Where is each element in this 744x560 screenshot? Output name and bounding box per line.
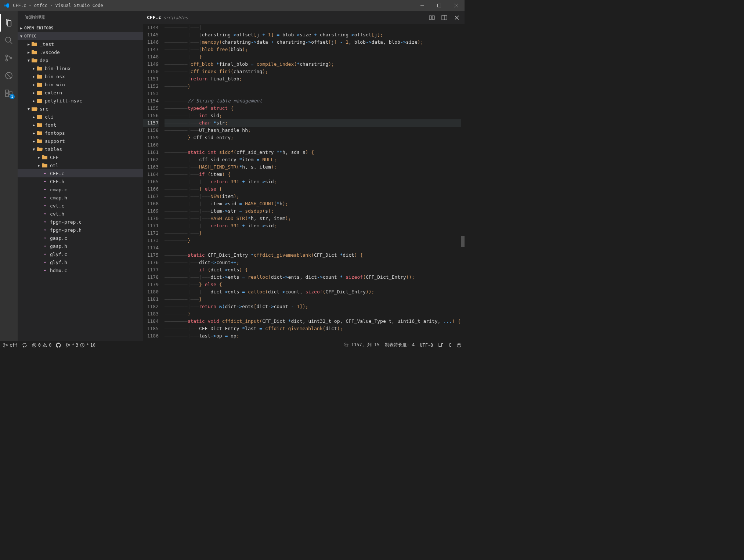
code-content[interactable]: ————————|———|————————|———|charstring->of… [165, 24, 465, 341]
tree-folder[interactable]: ▼src [18, 105, 143, 113]
activity-search[interactable] [0, 32, 18, 49]
split-editor-icon[interactable] [440, 14, 448, 22]
tree-label: tables [45, 147, 62, 152]
tree-label: cmap.h [50, 195, 67, 200]
tree-label: extern [45, 90, 62, 95]
tab-bar: CFF.c src\tables [143, 11, 465, 24]
minimap[interactable] [461, 24, 465, 341]
tree-file[interactable]: ⬌fpgm-prep.h [18, 226, 143, 234]
tree-folder[interactable]: ▶polyfill-msvc [18, 97, 143, 105]
status-git-stats[interactable]: * 3 * 10 [65, 343, 95, 348]
status-feedback[interactable] [456, 342, 462, 348]
chevron-icon: ▼ [26, 107, 32, 111]
file-icon: ⬌ [42, 220, 48, 224]
tree-label: support [45, 138, 65, 144]
tree-folder[interactable]: ▶font [18, 121, 143, 129]
tree-folder[interactable]: ▶cli [18, 113, 143, 121]
tab-active[interactable]: CFF.c src\tables [147, 15, 188, 20]
file-icon: ⬌ [42, 171, 48, 176]
folder-icon [37, 130, 43, 136]
tree-folder[interactable]: ▼dep [18, 56, 143, 64]
tree-file[interactable]: ⬌gasp.h [18, 242, 143, 250]
window-controls [414, 0, 465, 11]
compare-changes-icon[interactable] [428, 14, 436, 22]
status-encoding[interactable]: UTF-8 [420, 342, 433, 348]
minimap-thumb[interactable] [461, 236, 465, 247]
activity-git[interactable] [0, 49, 18, 67]
titlebar: CFF.c - otfcc - Visual Studio Code [0, 0, 465, 11]
file-icon: ⬌ [42, 252, 48, 257]
chevron-icon: ▶ [31, 123, 37, 127]
folder-icon [37, 66, 43, 71]
tree-folder[interactable]: ▶fontops [18, 129, 143, 137]
tree-folder[interactable]: ▶bin-win [18, 80, 143, 88]
activity-extensions[interactable]: 1 [0, 84, 18, 102]
activity-explorer[interactable] [0, 14, 18, 32]
line-gutter: 1144114511461147114811491150115111521153… [143, 24, 165, 341]
svg-point-35 [458, 344, 459, 344]
folder-icon [37, 98, 43, 103]
svg-point-21 [4, 346, 5, 347]
tree-label: cli [45, 114, 53, 120]
tree-file[interactable]: ⬌glyf.h [18, 258, 143, 266]
tree-file[interactable]: ⬌cvt.c [18, 202, 143, 210]
tree-file[interactable]: ⬌hdmx.c [18, 266, 143, 274]
status-sync[interactable] [22, 343, 27, 348]
maximize-button[interactable] [431, 0, 448, 11]
tree-folder[interactable]: ▶bin-linux [18, 64, 143, 72]
window-title: CFF.c - otfcc - Visual Studio Code [13, 3, 414, 8]
svg-point-27 [44, 346, 45, 346]
tree-file[interactable]: ⬌cmap.c [18, 185, 143, 194]
tree-folder[interactable]: ▶CFF [18, 153, 143, 161]
close-button[interactable] [448, 0, 465, 11]
tree-file[interactable]: ⬌fpgm-prep.c [18, 218, 143, 226]
tree-file[interactable]: ⬌cmap.h [18, 194, 143, 202]
tree-file[interactable]: ⬌CFF.h [18, 177, 143, 185]
file-icon: ⬌ [42, 195, 48, 200]
tree-folder[interactable]: ▶support [18, 137, 143, 145]
branch-name: cff [10, 343, 18, 348]
tree-folder[interactable]: ▶bin-osx [18, 72, 143, 80]
close-tab-icon[interactable] [453, 14, 461, 22]
code-area[interactable]: 1144114511461147114811491150115111521153… [143, 24, 465, 341]
tree-folder[interactable]: ▶.vscode [18, 48, 143, 56]
file-icon: ⬌ [42, 187, 48, 192]
folder-icon [37, 90, 43, 95]
svg-point-4 [6, 37, 11, 42]
section-project[interactable]: ▼ OTFCC [18, 32, 143, 40]
minimize-button[interactable] [414, 0, 431, 11]
svg-point-29 [66, 346, 68, 347]
status-problems[interactable]: 0 0 [32, 343, 51, 348]
file-tree[interactable]: ▶_test▶.vscode▼dep▶bin-linux▶bin-osx▶bin… [18, 40, 143, 341]
status-eol[interactable]: LF [438, 342, 443, 348]
status-branch[interactable]: cff [3, 343, 18, 348]
tree-folder[interactable]: ▶_test [18, 40, 143, 48]
section-open-editors[interactable]: ▶ OPEN EDITORS [18, 24, 143, 32]
tree-label: .vscode [40, 50, 60, 55]
tree-folder[interactable]: ▶otl [18, 161, 143, 169]
tree-folder[interactable]: ▼tables [18, 145, 143, 153]
status-indent[interactable]: 制表符长度: 4 [385, 342, 415, 348]
activity-debug[interactable] [0, 67, 18, 84]
chevron-icon: ▶ [31, 115, 37, 119]
svg-point-28 [66, 343, 68, 344]
tree-folder[interactable]: ▶extern [18, 88, 143, 97]
status-cursor[interactable]: 行 1157, 列 15 [344, 342, 379, 348]
tree-label: cvt.c [50, 203, 64, 209]
svg-point-33 [82, 344, 83, 344]
tree-file[interactable]: ⬌cvt.h [18, 210, 143, 218]
svg-point-20 [4, 343, 5, 344]
status-language[interactable]: C [449, 342, 451, 348]
tree-label: bin-linux [45, 66, 71, 71]
chevron-down-icon: ▼ [18, 34, 24, 38]
tree-file[interactable]: ⬌CFF.c [18, 169, 143, 177]
svg-rect-15 [432, 16, 434, 19]
tree-file[interactable]: ⬌gasp.c [18, 234, 143, 242]
status-github[interactable] [56, 343, 61, 348]
svg-rect-14 [429, 16, 431, 19]
editor: CFF.c src\tables 11441145114611471148114… [143, 11, 465, 341]
folder-icon [37, 122, 43, 127]
tree-label: cvt.h [50, 211, 64, 217]
tree-label: otl [50, 163, 58, 168]
tree-file[interactable]: ⬌glyf.c [18, 250, 143, 258]
